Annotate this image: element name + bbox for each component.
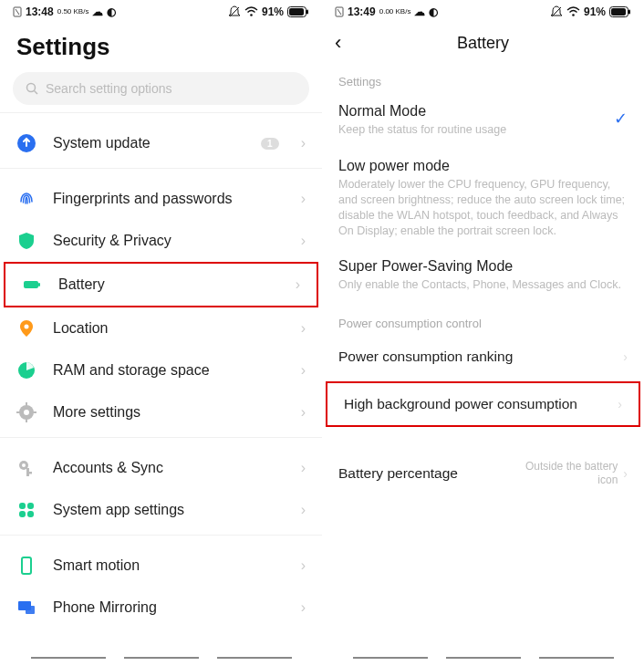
row-high-bg[interactable]: High background power consumption › xyxy=(327,383,639,425)
row-label: Location xyxy=(53,320,285,337)
row-label: Security & Privacy xyxy=(53,233,285,249)
svg-rect-36 xyxy=(611,8,626,16)
settings-group-1: System update 1 › xyxy=(0,119,322,168)
compass-icon: ◐ xyxy=(429,5,438,18)
chevron-right-icon: › xyxy=(301,191,306,207)
svg-rect-19 xyxy=(33,411,36,413)
gear-icon xyxy=(16,402,36,422)
status-net: 0.00 KB/s xyxy=(379,8,411,16)
row-label: Battery percentage xyxy=(338,465,508,482)
mode-super[interactable]: Super Power-Saving Mode Only enable the … xyxy=(322,249,644,304)
check-icon: ✓ xyxy=(614,109,628,129)
svg-rect-6 xyxy=(306,10,308,15)
settings-group-3: Accounts & Sync › System app settings › xyxy=(0,443,322,535)
row-accounts[interactable]: Accounts & Sync › xyxy=(0,447,322,489)
wifi-icon xyxy=(244,6,258,17)
settings-screen: 13:48 0.50 KB/s ☁ ◐ 91% Settings Search … xyxy=(0,0,322,666)
header: ‹ Battery xyxy=(322,22,644,62)
status-time: 13:48 xyxy=(26,5,54,18)
status-bar: 13:49 0.00 KB/s ☁ ◐ 91% xyxy=(322,0,644,22)
settings-group-4: Smart motion › Phone Mirroring › xyxy=(0,541,322,632)
row-label: Battery xyxy=(58,276,279,293)
status-net: 0.50 KB/s xyxy=(57,8,89,16)
row-battery[interactable]: Battery › xyxy=(5,264,317,306)
battery-icon xyxy=(287,6,309,17)
update-badge: 1 xyxy=(261,138,279,150)
nav-indicator xyxy=(0,657,322,659)
row-sysapp[interactable]: System app settings › xyxy=(0,489,322,531)
svg-point-21 xyxy=(22,463,26,467)
row-mirror[interactable]: Phone Mirroring › xyxy=(0,587,322,629)
row-label: More settings xyxy=(53,404,285,421)
cloud-icon: ☁ xyxy=(414,5,425,18)
chevron-right-icon: › xyxy=(296,276,300,293)
page-title: Settings xyxy=(0,22,322,72)
mode-desc: Moderately lower the CPU frequency, GPU … xyxy=(338,177,628,239)
chevron-right-icon: › xyxy=(623,466,628,481)
row-label: Accounts & Sync xyxy=(53,460,285,476)
row-smart[interactable]: Smart motion › xyxy=(0,545,322,587)
search-input[interactable]: Search setting options xyxy=(13,72,309,105)
battery-icon xyxy=(609,6,631,17)
chevron-right-icon: › xyxy=(301,404,306,421)
battery-pct: 91% xyxy=(262,5,284,18)
svg-point-12 xyxy=(25,325,29,329)
wifi-icon xyxy=(566,6,580,17)
header-title: Battery xyxy=(360,34,631,53)
mode-desc: Keep the status for routine usage xyxy=(338,122,628,138)
chevron-right-icon: › xyxy=(301,362,306,379)
search-placeholder: Search setting options xyxy=(46,81,172,96)
svg-rect-23 xyxy=(26,472,32,474)
svg-line-32 xyxy=(338,9,341,15)
mode-name: Normal Mode xyxy=(338,103,628,120)
row-power-ranking[interactable]: Power consumption ranking › xyxy=(322,336,644,378)
cloud-icon: ☁ xyxy=(92,5,103,18)
battery-screen: 13:49 0.00 KB/s ☁ ◐ 91% ‹ Battery Settin… xyxy=(322,0,644,666)
row-security[interactable]: Security & Privacy › xyxy=(0,220,322,262)
row-label: System app settings xyxy=(53,502,285,518)
mirror-icon xyxy=(16,598,36,618)
chevron-right-icon: › xyxy=(301,599,306,616)
row-label: System update xyxy=(53,135,244,151)
svg-rect-26 xyxy=(19,511,26,517)
svg-rect-16 xyxy=(26,402,27,406)
phone-icon xyxy=(16,556,36,576)
chevron-right-icon: › xyxy=(301,460,306,476)
back-button[interactable]: ‹ xyxy=(335,31,360,55)
svg-rect-37 xyxy=(628,10,630,15)
row-system-update[interactable]: System update 1 › xyxy=(0,122,322,164)
apps-icon xyxy=(16,500,36,520)
svg-rect-28 xyxy=(22,557,31,574)
battery-icon xyxy=(22,275,42,295)
svg-rect-5 xyxy=(289,8,304,16)
chevron-right-icon: › xyxy=(301,557,306,574)
nav-indicator xyxy=(322,657,644,659)
highlight-battery: Battery › xyxy=(4,262,318,307)
row-label: Phone Mirroring xyxy=(53,599,285,616)
section-settings-label: Settings xyxy=(322,62,644,94)
row-ram[interactable]: RAM and storage space › xyxy=(0,349,322,391)
row-label: Smart motion xyxy=(53,557,285,574)
status-time: 13:49 xyxy=(348,5,376,18)
fingerprint-icon xyxy=(16,189,36,209)
status-bar: 13:48 0.50 KB/s ☁ ◐ 91% xyxy=(0,0,322,22)
dnd-icon xyxy=(228,5,241,18)
mode-name: Low power mode xyxy=(338,158,628,174)
svg-point-15 xyxy=(24,410,29,415)
chevron-right-icon: › xyxy=(623,349,628,364)
row-battery-percentage[interactable]: Battery percentage Outside the battery i… xyxy=(322,447,644,499)
row-label: Fingerprints and passwords xyxy=(53,191,285,207)
sim-icon xyxy=(335,6,344,17)
svg-rect-27 xyxy=(27,511,34,517)
row-label: RAM and storage space xyxy=(53,362,285,379)
row-fingerprints[interactable]: Fingerprints and passwords › xyxy=(0,178,322,220)
mode-low[interactable]: Low power mode Moderately lower the CPU … xyxy=(322,149,644,250)
row-more[interactable]: More settings › xyxy=(0,391,322,433)
battery-pct: 91% xyxy=(584,5,606,18)
chevron-right-icon: › xyxy=(301,233,306,249)
mode-normal[interactable]: Normal Mode Keep the status for routine … xyxy=(322,94,644,149)
svg-rect-18 xyxy=(16,411,20,413)
row-location[interactable]: Location › xyxy=(0,307,322,349)
svg-rect-17 xyxy=(26,419,27,422)
svg-rect-30 xyxy=(26,606,35,614)
